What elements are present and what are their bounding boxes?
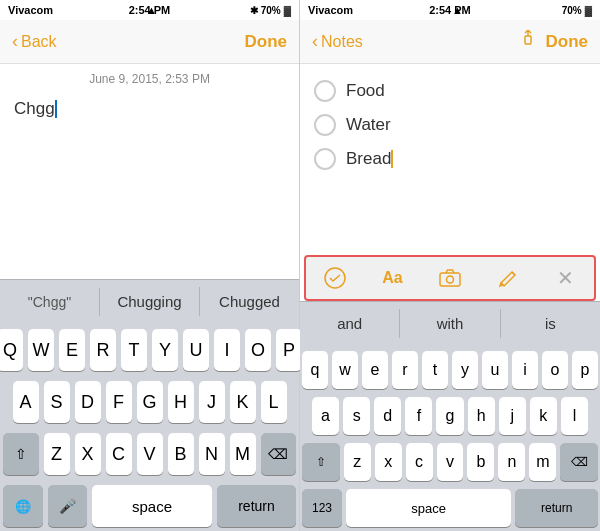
done-button-right[interactable]: Done — [546, 32, 589, 52]
mic-key-left[interactable]: 🎤 — [48, 485, 88, 527]
checkmark-icon[interactable] — [315, 260, 355, 296]
radio-food[interactable] — [314, 80, 336, 102]
right-panel: Vivacom ▲ 2:54 PM 70% ▓ ‹ Notes Done — [300, 0, 600, 531]
key-e[interactable]: E — [59, 329, 85, 371]
key-z-r[interactable]: z — [344, 443, 371, 481]
key-m[interactable]: M — [230, 433, 256, 475]
pred-is[interactable]: is — [501, 309, 600, 338]
key-f-r[interactable]: f — [405, 397, 432, 435]
back-button-right[interactable]: ‹ Notes — [312, 31, 363, 52]
kb-bottom-row-left: 🌐 🎤 space return — [3, 485, 296, 527]
key-n[interactable]: N — [199, 433, 225, 475]
key-r[interactable]: R — [90, 329, 116, 371]
key-u-r[interactable]: u — [482, 351, 508, 389]
battery-shape-right: ▓ — [585, 5, 592, 16]
shift-key-right[interactable]: ⇧ — [302, 443, 340, 481]
key-h-r[interactable]: h — [468, 397, 495, 435]
key-x-r[interactable]: x — [375, 443, 402, 481]
key-u[interactable]: U — [183, 329, 209, 371]
key-g-r[interactable]: g — [436, 397, 463, 435]
delete-key-right[interactable]: ⌫ — [560, 443, 598, 481]
close-icon[interactable]: ✕ — [545, 260, 585, 296]
battery-right: 70% — [562, 5, 582, 16]
key-i[interactable]: I — [214, 329, 240, 371]
key-p-r[interactable]: p — [572, 351, 598, 389]
battery-shape-left: ▓ — [284, 5, 291, 16]
key-t[interactable]: T — [121, 329, 147, 371]
camera-icon[interactable] — [430, 260, 470, 296]
delete-key-left[interactable]: ⌫ — [261, 433, 297, 475]
key-g[interactable]: G — [137, 381, 163, 423]
key-w-r[interactable]: w — [332, 351, 358, 389]
pred-and[interactable]: and — [300, 309, 400, 338]
nav-bar-right: ‹ Notes Done — [300, 20, 600, 64]
space-key-right[interactable]: space — [346, 489, 511, 527]
note-item-text-food: Food — [346, 81, 385, 101]
key-b-r[interactable]: b — [467, 443, 494, 481]
key-j-r[interactable]: j — [499, 397, 526, 435]
key-x[interactable]: X — [75, 433, 101, 475]
key-k[interactable]: K — [230, 381, 256, 423]
key-v[interactable]: V — [137, 433, 163, 475]
done-button-left[interactable]: Done — [245, 32, 288, 52]
pencil-icon[interactable] — [488, 260, 528, 296]
key-h[interactable]: H — [168, 381, 194, 423]
svg-point-3 — [446, 276, 453, 283]
key-l[interactable]: L — [261, 381, 287, 423]
cursor-right — [391, 150, 393, 168]
emoji-key-left[interactable]: 🌐 — [3, 485, 43, 527]
key-a-r[interactable]: a — [312, 397, 339, 435]
predictive-item-2[interactable]: Chugged — [200, 287, 299, 316]
text-format-icon[interactable]: Aa — [372, 260, 412, 296]
key-d-r[interactable]: d — [374, 397, 401, 435]
carrier-left: Vivacom — [8, 4, 53, 16]
predictive-item-1[interactable]: Chugging — [100, 287, 200, 316]
notes-list: Food Water Bread — [300, 64, 600, 255]
kb-row-3-left: ⇧ Z X C V B N M ⌫ — [3, 433, 296, 475]
radio-water[interactable] — [314, 114, 336, 136]
kb-bottom-row-right: 123 space return — [302, 489, 598, 527]
key-p[interactable]: P — [276, 329, 302, 371]
back-button-left[interactable]: ‹ Back — [12, 31, 57, 52]
status-bar-left: Vivacom ▲ 2:54 PM ✱ 70% ▓ — [0, 0, 299, 20]
key-o[interactable]: O — [245, 329, 271, 371]
num-key-right[interactable]: 123 — [302, 489, 342, 527]
key-y-r[interactable]: y — [452, 351, 478, 389]
predictive-item-0[interactable]: "Chgg" — [0, 288, 100, 316]
key-d[interactable]: D — [75, 381, 101, 423]
key-a[interactable]: A — [13, 381, 39, 423]
return-key-right[interactable]: return — [515, 489, 598, 527]
key-r-r[interactable]: r — [392, 351, 418, 389]
key-v-r[interactable]: v — [437, 443, 464, 481]
key-q[interactable]: Q — [0, 329, 23, 371]
key-q-r[interactable]: q — [302, 351, 328, 389]
key-o-r[interactable]: o — [542, 351, 568, 389]
space-key-left[interactable]: space — [92, 485, 212, 527]
key-b[interactable]: B — [168, 433, 194, 475]
nav-right-icons: Done — [520, 30, 589, 53]
key-c-r[interactable]: c — [406, 443, 433, 481]
key-n-r[interactable]: n — [498, 443, 525, 481]
return-key-left[interactable]: return — [217, 485, 296, 527]
key-s[interactable]: S — [44, 381, 70, 423]
kb-row-2-left: A S D F G H J K L — [3, 381, 296, 423]
key-s-r[interactable]: s — [343, 397, 370, 435]
key-c[interactable]: C — [106, 433, 132, 475]
key-y[interactable]: Y — [152, 329, 178, 371]
kb-row-2-right: a s d f g h j k l — [302, 397, 598, 435]
pred-with[interactable]: with — [400, 309, 500, 338]
key-m-r[interactable]: m — [529, 443, 556, 481]
key-j[interactable]: J — [199, 381, 225, 423]
key-e-r[interactable]: e — [362, 351, 388, 389]
shift-key-left[interactable]: ⇧ — [3, 433, 39, 475]
key-k-r[interactable]: k — [530, 397, 557, 435]
key-f[interactable]: F — [106, 381, 132, 423]
key-w[interactable]: W — [28, 329, 54, 371]
radio-bread[interactable] — [314, 148, 336, 170]
key-l-r[interactable]: l — [561, 397, 588, 435]
share-icon-right[interactable] — [520, 30, 536, 53]
key-i-r[interactable]: i — [512, 351, 538, 389]
key-z[interactable]: Z — [44, 433, 70, 475]
time-left: 2:54 PM — [129, 4, 171, 16]
key-t-r[interactable]: t — [422, 351, 448, 389]
